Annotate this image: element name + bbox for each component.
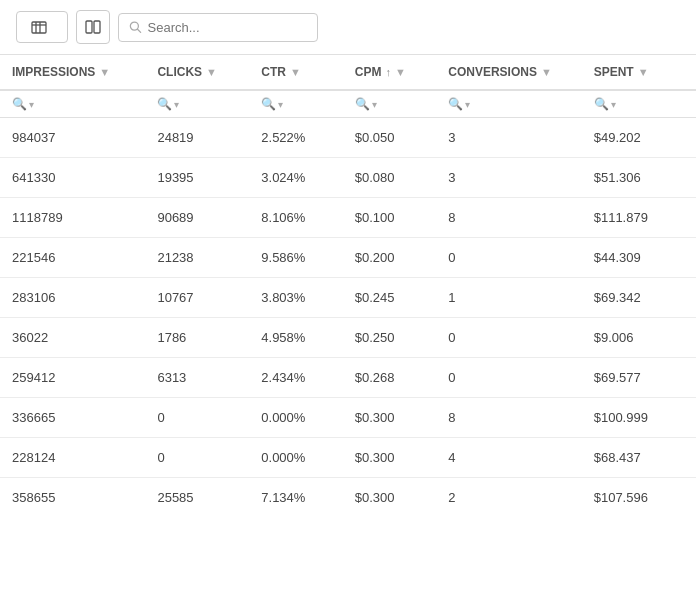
table-row: 3602217864.958%$0.2500$9.006 xyxy=(0,318,696,358)
cell-clicks-6: 6313 xyxy=(145,358,249,398)
col-header-cpm[interactable]: CPM↑▼ xyxy=(343,55,436,90)
cell-conversions-8: 4 xyxy=(436,438,581,478)
filter-dropdown-icon: ▾ xyxy=(29,99,34,110)
cell-impressions-0: 984037 xyxy=(0,118,145,158)
cell-spent-4: $69.342 xyxy=(582,278,696,318)
cell-impressions-1: 641330 xyxy=(0,158,145,198)
search-input[interactable] xyxy=(148,20,307,35)
cell-conversions-9: 2 xyxy=(436,478,581,518)
table-row: 641330193953.024%$0.0803$51.306 xyxy=(0,158,696,198)
columns-button[interactable] xyxy=(76,10,110,44)
filter-cell-ctr[interactable]: 🔍▾ xyxy=(249,90,342,118)
filter-icon-cpm[interactable]: ▼ xyxy=(395,66,406,78)
filter-cell-spent[interactable]: 🔍▾ xyxy=(582,90,696,118)
cell-cpm-5: $0.250 xyxy=(343,318,436,358)
filter-icon-ctr[interactable]: ▼ xyxy=(290,66,301,78)
filter-search-icon: 🔍 xyxy=(261,97,276,111)
svg-rect-0 xyxy=(32,22,46,33)
cell-impressions-6: 259412 xyxy=(0,358,145,398)
cell-ctr-0: 2.522% xyxy=(249,118,342,158)
cell-conversions-4: 1 xyxy=(436,278,581,318)
filter-search-icon: 🔍 xyxy=(355,97,370,111)
cell-cpm-9: $0.300 xyxy=(343,478,436,518)
filter-search-icon: 🔍 xyxy=(594,97,609,111)
cell-clicks-4: 10767 xyxy=(145,278,249,318)
toolbar xyxy=(0,0,696,55)
filter-icon-conversions[interactable]: ▼ xyxy=(541,66,552,78)
sort-asc-icon[interactable]: ↑ xyxy=(385,66,391,78)
col-header-clicks[interactable]: CLICKS▼ xyxy=(145,55,249,90)
table-header: IMPRESSIONS▼CLICKS▼CTR▼CPM↑▼CONVERSIONS▼… xyxy=(0,55,696,90)
filter-dropdown-icon: ▾ xyxy=(174,99,179,110)
cell-ctr-6: 2.434% xyxy=(249,358,342,398)
columns-icon xyxy=(85,19,101,35)
cell-impressions-8: 228124 xyxy=(0,438,145,478)
col-header-ctr[interactable]: CTR▼ xyxy=(249,55,342,90)
col-header-impressions[interactable]: IMPRESSIONS▼ xyxy=(0,55,145,90)
search-box[interactable] xyxy=(118,13,318,42)
col-label-cpm: CPM xyxy=(355,65,382,79)
cell-impressions-9: 358655 xyxy=(0,478,145,518)
filter-icon-clicks[interactable]: ▼ xyxy=(206,66,217,78)
table-row: 283106107673.803%$0.2451$69.342 xyxy=(0,278,696,318)
table-row: 22812400.000%$0.3004$68.437 xyxy=(0,438,696,478)
cell-cpm-6: $0.268 xyxy=(343,358,436,398)
cell-conversions-2: 8 xyxy=(436,198,581,238)
cell-clicks-3: 21238 xyxy=(145,238,249,278)
svg-rect-5 xyxy=(94,21,100,33)
col-header-spent[interactable]: SPENT▼ xyxy=(582,55,696,90)
col-label-clicks: CLICKS xyxy=(157,65,202,79)
filter-cell-conversions[interactable]: 🔍▾ xyxy=(436,90,581,118)
cell-spent-2: $111.879 xyxy=(582,198,696,238)
cell-spent-9: $107.596 xyxy=(582,478,696,518)
filter-search-icon: 🔍 xyxy=(12,97,27,111)
svg-line-7 xyxy=(138,29,141,32)
cell-conversions-1: 3 xyxy=(436,158,581,198)
cell-ctr-1: 3.024% xyxy=(249,158,342,198)
filter-search-icon: 🔍 xyxy=(157,97,172,111)
cell-spent-6: $69.577 xyxy=(582,358,696,398)
table-body: 984037248192.522%$0.0503$49.202641330193… xyxy=(0,118,696,518)
filter-cell-clicks[interactable]: 🔍▾ xyxy=(145,90,249,118)
cell-spent-8: $68.437 xyxy=(582,438,696,478)
cell-spent-5: $9.006 xyxy=(582,318,696,358)
cell-conversions-6: 0 xyxy=(436,358,581,398)
search-icon xyxy=(129,20,142,34)
cell-ctr-7: 0.000% xyxy=(249,398,342,438)
export-icon xyxy=(31,19,47,35)
cell-impressions-7: 336665 xyxy=(0,398,145,438)
cell-ctr-3: 9.586% xyxy=(249,238,342,278)
cell-clicks-0: 24819 xyxy=(145,118,249,158)
cell-cpm-4: $0.245 xyxy=(343,278,436,318)
table-row: 1118789906898.106%$0.1008$111.879 xyxy=(0,198,696,238)
col-label-ctr: CTR xyxy=(261,65,286,79)
cell-cpm-8: $0.300 xyxy=(343,438,436,478)
cell-spent-3: $44.309 xyxy=(582,238,696,278)
cell-cpm-1: $0.080 xyxy=(343,158,436,198)
filter-dropdown-icon: ▾ xyxy=(465,99,470,110)
filter-cell-impressions[interactable]: 🔍▾ xyxy=(0,90,145,118)
col-header-conversions[interactable]: CONVERSIONS▼ xyxy=(436,55,581,90)
filter-dropdown-icon: ▾ xyxy=(372,99,377,110)
filter-dropdown-icon: ▾ xyxy=(611,99,616,110)
table-row: 25941263132.434%$0.2680$69.577 xyxy=(0,358,696,398)
cell-impressions-4: 283106 xyxy=(0,278,145,318)
cell-impressions-3: 221546 xyxy=(0,238,145,278)
cell-impressions-2: 1118789 xyxy=(0,198,145,238)
cell-cpm-7: $0.300 xyxy=(343,398,436,438)
cell-impressions-5: 36022 xyxy=(0,318,145,358)
table-row: 984037248192.522%$0.0503$49.202 xyxy=(0,118,696,158)
cell-ctr-2: 8.106% xyxy=(249,198,342,238)
filter-icon-spent[interactable]: ▼ xyxy=(638,66,649,78)
cell-spent-1: $51.306 xyxy=(582,158,696,198)
export-button[interactable] xyxy=(16,11,68,43)
filter-search-icon: 🔍 xyxy=(448,97,463,111)
cell-conversions-5: 0 xyxy=(436,318,581,358)
cell-cpm-0: $0.050 xyxy=(343,118,436,158)
cell-spent-7: $100.999 xyxy=(582,398,696,438)
col-label-spent: SPENT xyxy=(594,65,634,79)
cell-clicks-7: 0 xyxy=(145,398,249,438)
cell-clicks-5: 1786 xyxy=(145,318,249,358)
filter-cell-cpm[interactable]: 🔍▾ xyxy=(343,90,436,118)
filter-icon-impressions[interactable]: ▼ xyxy=(99,66,110,78)
